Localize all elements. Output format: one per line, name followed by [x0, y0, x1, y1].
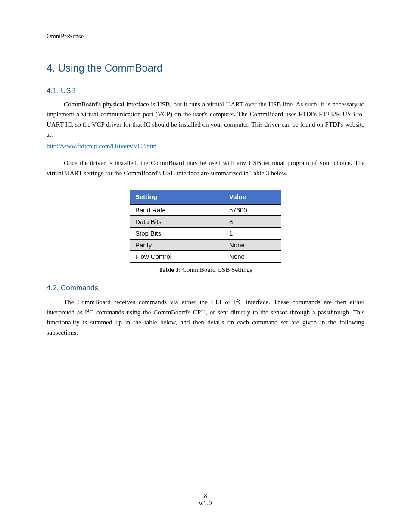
page-version: v.1.0: [199, 500, 212, 507]
table-header-setting: Setting: [130, 190, 224, 204]
commands-paragraph: The CommBoard receives commands via eith…: [47, 297, 364, 338]
cell-value: None: [224, 251, 281, 262]
table-caption: Table 3: CommBoard USB Settings: [47, 266, 364, 274]
running-title-text: OmniPreSense: [47, 33, 84, 40]
running-header: OmniPreSense: [47, 33, 364, 40]
table-caption-label: Table 3: [159, 266, 179, 273]
table-header-row: Setting Value: [130, 190, 281, 204]
settings-table: Setting Value Baud Rate 57600 Data Bits …: [130, 190, 281, 263]
page-number-value: 8: [204, 493, 207, 499]
section-heading: 4. Using the CommBoard: [47, 62, 364, 74]
cell-setting: Baud Rate: [130, 204, 224, 216]
usb-subheading: 4.1. USB: [47, 87, 364, 95]
usb-link-line: http://www.ftdichip.com/Drivers/VCP.htm: [47, 141, 364, 151]
table-row: Flow Control None: [130, 251, 281, 262]
commands-subheading: 4.2. Commands: [47, 284, 364, 292]
table-header-value: Value: [224, 190, 281, 204]
page: OmniPreSense 4. Using the CommBoard 4.1.…: [0, 0, 411, 532]
ftdi-link[interactable]: http://www.ftdichip.com/Drivers/VCP.htm: [47, 143, 156, 149]
usb-paragraph-2: Once the driver is installed, the CommBo…: [47, 158, 364, 178]
cell-setting: Stop Bits: [130, 227, 224, 239]
table-row: Stop Bits 1: [130, 227, 281, 239]
table-row: Data Bits 8: [130, 216, 281, 227]
settings-table-wrap: Setting Value Baud Rate 57600 Data Bits …: [47, 190, 364, 263]
table-row: Baud Rate 57600: [130, 204, 281, 216]
section-rule: [47, 77, 364, 77]
usb-paragraph-1: CommBoard's physical interface is USB, b…: [47, 100, 364, 140]
cell-value: 57600: [224, 204, 281, 216]
table-row: Parity None: [130, 239, 281, 251]
table-caption-text: : CommBoard USB Settings: [179, 266, 252, 273]
cell-value: 8: [224, 216, 281, 227]
section-title: Using the CommBoard: [58, 62, 163, 74]
cmd-text-a: The CommBoard receives commands via eith…: [64, 299, 236, 305]
cell-value: None: [224, 239, 281, 251]
header-rule: [47, 42, 364, 42]
cell-setting: Parity: [130, 239, 224, 251]
page-footer: 8 v.1.0: [0, 493, 411, 507]
cmd-text-c: C commands using the CommBoard's CPU, or…: [47, 309, 364, 336]
cell-setting: Flow Control: [130, 251, 224, 262]
section-number: 4.: [47, 62, 55, 74]
cell-value: 1: [224, 227, 281, 239]
cell-setting: Data Bits: [130, 216, 224, 227]
